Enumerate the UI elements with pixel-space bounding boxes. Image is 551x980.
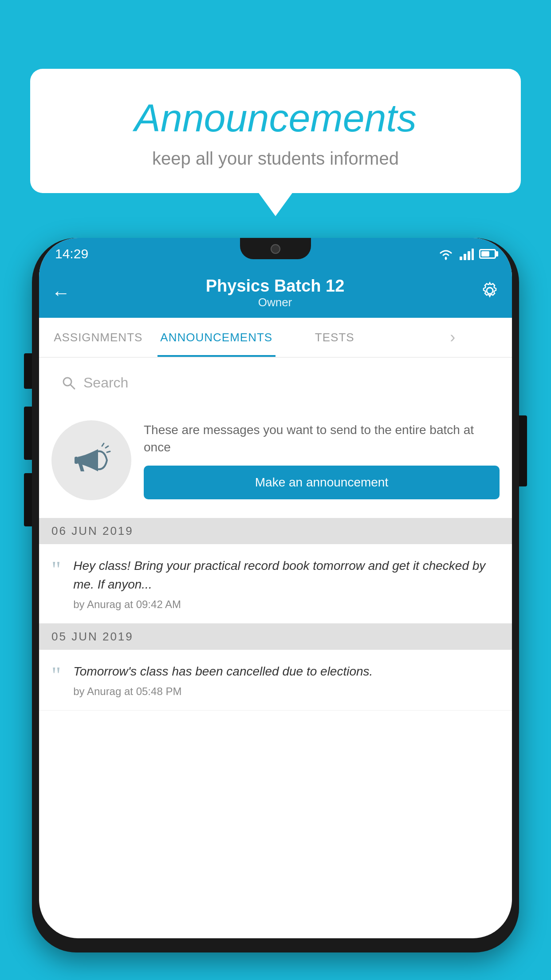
tab-tests[interactable]: TESTS xyxy=(276,318,394,357)
wifi-icon xyxy=(437,248,454,260)
phone-screen: 14:29 xyxy=(39,238,512,938)
svg-point-0 xyxy=(445,257,447,260)
tab-announcements[interactable]: ANNOUNCEMENTS xyxy=(157,318,276,357)
svg-line-9 xyxy=(102,443,104,446)
front-camera xyxy=(271,244,280,254)
batch-role: Owner xyxy=(206,296,345,309)
phone-outer: 14:29 xyxy=(32,238,519,952)
svg-rect-1 xyxy=(460,257,462,260)
phone-mockup: 14:29 xyxy=(32,231,519,980)
svg-line-11 xyxy=(107,451,110,452)
speech-bubble: Announcements keep all your students inf… xyxy=(30,69,521,193)
phone-button-left-bot xyxy=(24,473,32,526)
announcement-item-1[interactable]: " Hey class! Bring your practical record… xyxy=(39,544,512,624)
status-time: 14:29 xyxy=(55,246,88,261)
quote-icon-2: " xyxy=(51,664,61,687)
tab-more[interactable]: › xyxy=(394,318,512,357)
date-separator-2: 05 JUN 2019 xyxy=(39,624,512,650)
announcement-promo-right: These are messages you want to send to t… xyxy=(144,421,500,499)
date-separator-1: 06 JUN 2019 xyxy=(39,518,512,544)
announcement-promo-text: These are messages you want to send to t… xyxy=(144,421,500,456)
phone-button-left-top xyxy=(24,353,32,389)
back-button[interactable]: ← xyxy=(51,282,70,304)
phone-button-left-mid xyxy=(24,407,32,460)
svg-point-5 xyxy=(487,288,493,294)
search-placeholder: Search xyxy=(83,375,128,391)
announcement-item-2[interactable]: " Tomorrow's class has been cancelled du… xyxy=(39,650,512,711)
announcement-promo-card: These are messages you want to send to t… xyxy=(39,408,512,513)
svg-rect-8 xyxy=(75,457,78,464)
batch-title: Physics Batch 12 xyxy=(206,277,345,296)
signal-icon xyxy=(460,248,474,260)
speech-bubble-title: Announcements xyxy=(48,95,503,141)
svg-line-7 xyxy=(71,385,75,389)
scrollable-content: Search xyxy=(39,358,512,938)
phone-button-right xyxy=(519,415,527,486)
announcement-meta-2: by Anurag at 05:48 PM xyxy=(73,685,500,698)
announcement-message-2: Tomorrow's class has been cancelled due … xyxy=(73,662,500,681)
speech-bubble-container: Announcements keep all your students inf… xyxy=(30,69,521,193)
app-header: ← Physics Batch 12 Owner xyxy=(39,268,512,318)
make-announcement-button[interactable]: Make an announcement xyxy=(144,466,500,499)
announcement-meta-1: by Anurag at 09:42 AM xyxy=(73,598,500,611)
settings-icon[interactable] xyxy=(480,281,500,305)
announcement-message-1: Hey class! Bring your practical record b… xyxy=(73,557,500,594)
speech-bubble-subtitle: keep all your students informed xyxy=(48,149,503,169)
header-center: Physics Batch 12 Owner xyxy=(206,277,345,309)
quote-icon-1: " xyxy=(51,558,61,581)
svg-rect-3 xyxy=(468,251,470,260)
battery-icon xyxy=(479,249,496,259)
status-icons xyxy=(437,248,496,260)
svg-rect-2 xyxy=(464,254,466,260)
search-bar[interactable]: Search xyxy=(48,367,503,399)
announcement-content-2: Tomorrow's class has been cancelled due … xyxy=(73,662,500,698)
tab-assignments[interactable]: ASSIGNMENTS xyxy=(39,318,157,357)
search-icon xyxy=(61,375,76,391)
svg-line-10 xyxy=(106,446,108,448)
announcement-content-1: Hey class! Bring your practical record b… xyxy=(73,557,500,611)
notch xyxy=(240,238,311,259)
announcement-icon-circle xyxy=(51,420,131,500)
tabs-container: ASSIGNMENTS ANNOUNCEMENTS TESTS › xyxy=(39,318,512,358)
megaphone-icon xyxy=(69,438,114,482)
svg-rect-4 xyxy=(472,249,474,260)
